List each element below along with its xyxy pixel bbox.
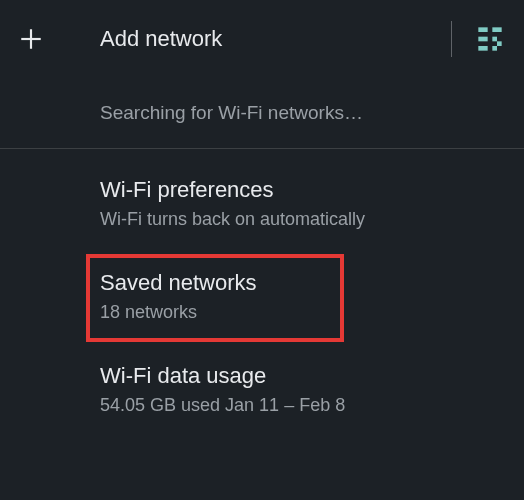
searching-status-text: Searching for Wi-Fi networks… [100, 102, 363, 123]
saved-networks-item[interactable]: Saved networks 18 networks [0, 250, 524, 343]
svg-rect-3 [492, 27, 501, 32]
header-right-controls [451, 21, 504, 57]
wifi-preferences-item[interactable]: Wi-Fi preferences Wi-Fi turns back on au… [0, 157, 524, 250]
qr-scan-icon[interactable] [476, 25, 504, 53]
svg-rect-7 [497, 41, 502, 46]
svg-rect-4 [478, 37, 487, 42]
item-title: Wi-Fi preferences [100, 177, 504, 203]
svg-rect-8 [492, 46, 497, 51]
item-subtitle: Wi-Fi turns back on automatically [100, 209, 504, 230]
plus-icon [18, 26, 44, 52]
item-subtitle: 18 networks [100, 302, 504, 323]
item-title: Saved networks [100, 270, 504, 296]
wifi-data-usage-item[interactable]: Wi-Fi data usage 54.05 GB used Jan 11 – … [0, 343, 524, 436]
vertical-divider [451, 21, 452, 57]
add-network-row[interactable]: Add network [0, 0, 524, 78]
svg-rect-2 [478, 27, 487, 32]
item-subtitle: 54.05 GB used Jan 11 – Feb 8 [100, 395, 504, 416]
add-network-label: Add network [100, 26, 451, 52]
status-row: Searching for Wi-Fi networks… [0, 78, 524, 148]
svg-rect-5 [478, 46, 487, 51]
svg-rect-6 [492, 37, 497, 42]
highlight-annotation [86, 254, 344, 342]
item-title: Wi-Fi data usage [100, 363, 504, 389]
settings-list: Wi-Fi preferences Wi-Fi turns back on au… [0, 149, 524, 436]
